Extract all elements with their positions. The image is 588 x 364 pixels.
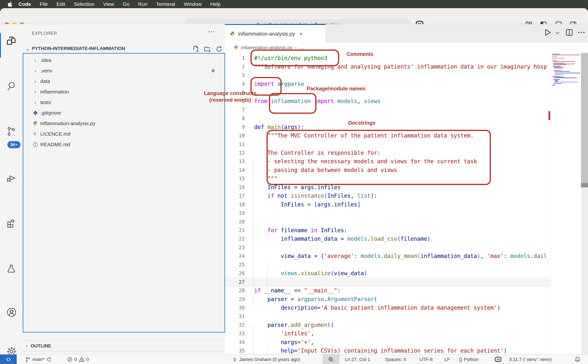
code-line-32: parser.add_argument(: [267, 321, 334, 329]
minimap[interactable]: [551, 53, 581, 354]
zoom-status-button[interactable]: [323, 354, 339, 364]
tree-item--idea[interactable]: ›.idea: [23, 55, 224, 65]
git-blame-status[interactable]: James Graham (5 years ago): [232, 354, 300, 364]
python-file-icon: [234, 45, 239, 50]
new-file-icon[interactable]: [192, 45, 199, 53]
line-number: 10: [230, 133, 245, 138]
minimap-line: [553, 64, 575, 64]
macos-menu-bar: CodeFileEditSelectionViewGoRunTerminalWi…: [0, 0, 588, 8]
tab-close-icon[interactable]: ×: [299, 31, 303, 37]
remote-indicator[interactable]: [0, 354, 17, 364]
minimap-line: [555, 80, 558, 81]
testing-icon[interactable]: [6, 263, 16, 274]
run-python-file-icon[interactable]: [543, 28, 552, 37]
code-line-30: description='A basic patient inflammatio…: [281, 303, 500, 312]
notifications-bell-icon[interactable]: [574, 354, 581, 364]
annotation-box-comments: [251, 50, 339, 66]
minimap-line: [552, 54, 559, 54]
menu-code[interactable]: Code: [14, 1, 35, 7]
menu-view[interactable]: View: [99, 1, 118, 7]
interpreter-label: 3.11.7 ('.venv': venv): [509, 357, 552, 362]
tree-item-data[interactable]: ›data: [23, 76, 224, 86]
search-view-icon[interactable]: [6, 81, 16, 91]
tree-item-label: tests: [40, 99, 51, 105]
menu-run[interactable]: Run: [134, 1, 152, 7]
line-number: 17: [230, 193, 245, 199]
line-number: 11: [230, 141, 245, 147]
line-number: 14: [230, 167, 245, 173]
minimap-line: [552, 56, 557, 57]
menu-go[interactable]: Go: [118, 1, 134, 7]
tree-item--gitignore[interactable]: .gitignore: [23, 108, 224, 118]
copilot-status-icon[interactable]: [494, 354, 502, 364]
minimap-line: [553, 65, 554, 66]
vertical-scrollbar-thumb[interactable]: [581, 53, 588, 187]
tree-item-label: data: [40, 78, 50, 84]
line-number: 16: [230, 184, 245, 190]
extensions-icon[interactable]: [6, 218, 16, 228]
menu-terminal[interactable]: Terminal: [152, 1, 179, 7]
menu-help[interactable]: Help: [206, 1, 225, 7]
minimap-line: [553, 67, 564, 67]
line-number: 25: [230, 262, 245, 268]
line-number: 24: [230, 253, 245, 259]
indent-guide: [253, 324, 254, 354]
explorer-icon[interactable]: [6, 36, 16, 46]
editor-more-actions-icon[interactable]: [577, 28, 586, 37]
vertical-scrollbar[interactable]: [581, 53, 588, 354]
indentation-status[interactable]: Spaces: 4: [385, 354, 406, 364]
line-number: 28: [230, 287, 245, 293]
minimap-line: [553, 65, 566, 65]
branch-name: main*: [33, 357, 45, 362]
minimap-line: [552, 55, 580, 55]
minimap-line: [553, 66, 561, 67]
eol-status[interactable]: LF: [444, 354, 450, 364]
line-number: 1: [230, 55, 245, 61]
python-interpreter-status[interactable]: 3.11.7 ('.venv': venv): [509, 354, 552, 364]
account-icon[interactable]: [6, 307, 17, 318]
tab-inflammation-analysis[interactable]: inflammation-analysis.py ×: [225, 24, 326, 43]
scrollbar-marker: [581, 183, 588, 187]
source-control-icon[interactable]: [6, 126, 16, 136]
tree-item-inflammation-analysis-py[interactable]: inflammation-analysis.py: [23, 118, 224, 129]
encoding-label: UTF-8: [419, 357, 433, 362]
git-branch-status[interactable]: main*: [25, 354, 52, 364]
run-dropdown-chevron-icon[interactable]: [555, 30, 561, 36]
minimap-line: [552, 60, 557, 61]
annotation-label-lang2: (reserved words): [191, 97, 270, 103]
tree-item--venv[interactable]: ›.venv: [23, 65, 224, 76]
tab-label: inflammation-analysis.py: [238, 31, 295, 37]
line-number: 13: [230, 158, 245, 164]
outline-section[interactable]: › OUTLINE: [22, 340, 225, 351]
screen: CodeFileEditSelectionViewGoRunTerminalWi…: [0, 0, 588, 364]
chevron-right-icon: ›: [32, 68, 39, 74]
minimap-line: [555, 78, 577, 78]
split-editor-icon[interactable]: [565, 28, 574, 37]
explorer-header: EXPLORER: [32, 31, 57, 36]
refresh-icon[interactable]: [215, 45, 223, 53]
encoding-status[interactable]: UTF-8: [419, 354, 433, 364]
menu-file[interactable]: File: [35, 1, 52, 7]
menu-edit[interactable]: Edit: [52, 1, 69, 7]
annotation-box-inflammation: [269, 93, 317, 114]
minimap-line: [553, 83, 562, 84]
new-folder-icon[interactable]: [204, 45, 211, 53]
menu-window[interactable]: Window: [179, 1, 206, 7]
explorer-more-actions-icon[interactable]: ⋯: [208, 28, 215, 35]
tree-item-licence-md[interactable]: LICENCE.md: [23, 129, 224, 139]
tree-item-readme-md[interactable]: README.md: [23, 139, 224, 150]
minimap-line: [553, 70, 561, 71]
code-line-21: for filename in InFiles:: [267, 226, 347, 234]
apple-icon[interactable]: [7, 1, 12, 7]
problems-status[interactable]: 0 0: [67, 354, 89, 364]
cursor-position-status[interactable]: Ln 27, Col 1: [345, 354, 370, 364]
minimap-line: [555, 68, 563, 68]
annotation-label-comments: Comments: [347, 51, 373, 57]
language-mode-status[interactable]: {} Python: [459, 354, 478, 364]
info-file-icon: [32, 142, 39, 147]
menu-selection[interactable]: Selection: [69, 1, 99, 7]
indent-guide: [253, 160, 254, 306]
minimap-line: [552, 76, 561, 77]
minimap-line: [555, 71, 570, 72]
run-debug-icon[interactable]: [6, 173, 16, 183]
